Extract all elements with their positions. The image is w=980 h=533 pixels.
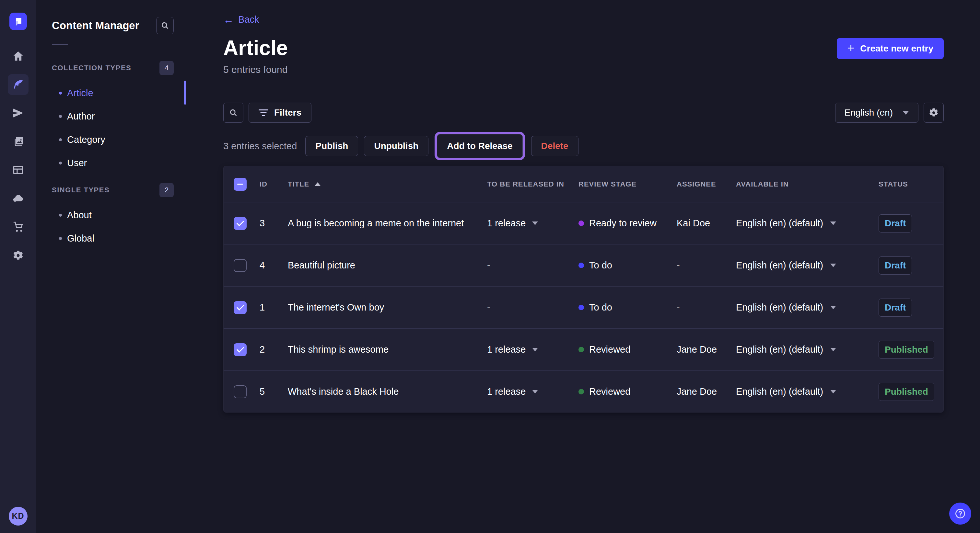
table-search-button[interactable] bbox=[223, 103, 243, 123]
cloud-icon[interactable] bbox=[8, 188, 29, 209]
stage-dot bbox=[579, 220, 584, 226]
table-row[interactable]: 2 This shrimp is awesome 1 release Revie… bbox=[224, 328, 943, 370]
chevron-down-icon[interactable] bbox=[532, 390, 538, 393]
filter-icon bbox=[259, 109, 268, 116]
column-header-locale[interactable]: AVAILABLE IN bbox=[736, 180, 878, 189]
cell-release: 1 release bbox=[487, 344, 526, 355]
sidebar-item-label: About bbox=[67, 210, 92, 220]
nav-rail: KD bbox=[0, 0, 36, 533]
cell-id: 4 bbox=[259, 260, 288, 271]
locale-select[interactable]: English (en) bbox=[835, 103, 918, 123]
entries-count: 5 entries found bbox=[223, 64, 288, 75]
chevron-down-icon[interactable] bbox=[830, 306, 836, 309]
media-library-icon[interactable] bbox=[8, 131, 29, 152]
main-content: ← Back Article 5 entries found + Create … bbox=[186, 0, 980, 533]
view-settings-button[interactable] bbox=[924, 103, 944, 123]
sidebar-item-user[interactable]: User bbox=[36, 151, 186, 174]
sidebar-divider bbox=[52, 44, 68, 45]
bullet-icon bbox=[59, 237, 62, 240]
select-all-checkbox[interactable] bbox=[234, 178, 247, 191]
column-header-assignee[interactable]: ASSIGNEE bbox=[677, 180, 736, 189]
row-checkbox[interactable] bbox=[234, 301, 247, 314]
column-header-title[interactable]: TITLE bbox=[288, 180, 487, 189]
chevron-down-icon[interactable] bbox=[532, 348, 538, 351]
delete-button[interactable]: Delete bbox=[531, 136, 579, 156]
cell-title: Beautiful picture bbox=[288, 260, 487, 271]
chevron-down-icon[interactable] bbox=[830, 263, 836, 267]
cell-assignee: Jane Doe bbox=[677, 386, 736, 397]
add-to-release-button[interactable]: Add to Release bbox=[437, 134, 522, 158]
back-arrow-icon: ← bbox=[223, 14, 234, 25]
strapi-logo-glyph bbox=[13, 16, 24, 27]
marketplace-icon[interactable] bbox=[8, 217, 29, 237]
rail-user-area: KD bbox=[0, 499, 36, 533]
table-row[interactable]: 1 The internet's Own boy - To do - Engli… bbox=[224, 286, 943, 328]
gear-icon bbox=[928, 107, 939, 118]
sidebar-item-global[interactable]: Global bbox=[36, 227, 186, 250]
cell-locale: English (en) (default) bbox=[736, 344, 823, 355]
home-icon[interactable] bbox=[8, 46, 29, 67]
filters-button[interactable]: Filters bbox=[248, 103, 312, 123]
sidebar-item-article[interactable]: Article bbox=[36, 81, 186, 105]
row-checkbox[interactable] bbox=[234, 343, 247, 356]
bullet-icon bbox=[59, 115, 62, 118]
row-checkbox[interactable] bbox=[234, 385, 247, 398]
sidebar-item-author[interactable]: Author bbox=[36, 105, 186, 128]
column-header-release[interactable]: TO BE RELEASED IN bbox=[487, 180, 579, 189]
collection-types-label: COLLECTION TYPES bbox=[52, 64, 131, 72]
cell-locale: English (en) (default) bbox=[736, 218, 823, 228]
sidebar-search-button[interactable] bbox=[156, 17, 174, 34]
cell-stage: Reviewed bbox=[589, 386, 630, 397]
cell-id: 2 bbox=[259, 344, 288, 355]
status-badge: Published bbox=[878, 341, 934, 359]
row-checkbox[interactable] bbox=[234, 259, 247, 272]
cell-assignee: - bbox=[677, 260, 736, 271]
user-avatar[interactable]: KD bbox=[9, 507, 27, 525]
cell-id: 3 bbox=[259, 218, 288, 228]
stage-dot bbox=[579, 389, 584, 394]
single-types-count: 2 bbox=[159, 183, 174, 197]
cell-stage: To do bbox=[589, 302, 612, 313]
column-header-status[interactable]: STATUS bbox=[878, 180, 943, 189]
bullet-icon bbox=[59, 162, 62, 165]
single-types-label: SINGLE TYPES bbox=[52, 186, 110, 194]
sidebar-item-category[interactable]: Category bbox=[36, 128, 186, 151]
selection-summary: 3 entries selected bbox=[223, 141, 297, 152]
strapi-logo[interactable] bbox=[10, 13, 27, 30]
content-type-builder-icon[interactable] bbox=[8, 160, 29, 180]
stage-dot bbox=[579, 305, 584, 310]
row-checkbox[interactable] bbox=[234, 217, 247, 230]
sidebar-scroll-indicator[interactable] bbox=[184, 81, 186, 105]
chevron-down-icon[interactable] bbox=[532, 222, 538, 225]
unpublish-button[interactable]: Unpublish bbox=[364, 136, 428, 156]
create-new-entry-button[interactable]: + Create new entry bbox=[837, 38, 944, 59]
status-badge: Draft bbox=[878, 214, 912, 233]
chevron-down-icon[interactable] bbox=[830, 222, 836, 225]
chevron-down-icon[interactable] bbox=[830, 348, 836, 351]
table-row[interactable]: 5 What's inside a Black Hole 1 release R… bbox=[224, 370, 943, 412]
bullet-icon bbox=[59, 92, 62, 95]
status-badge: Published bbox=[878, 383, 934, 401]
cell-release: 1 release bbox=[487, 386, 526, 397]
back-link[interactable]: ← Back bbox=[223, 14, 259, 25]
publish-button[interactable]: Publish bbox=[305, 136, 358, 156]
sidebar-item-label: Category bbox=[67, 134, 105, 145]
content-manager-icon[interactable] bbox=[8, 74, 29, 95]
help-icon bbox=[954, 508, 966, 520]
column-header-stage[interactable]: REVIEW STAGE bbox=[579, 180, 677, 189]
chevron-down-icon[interactable] bbox=[830, 390, 836, 393]
settings-icon[interactable] bbox=[8, 245, 29, 266]
filters-label: Filters bbox=[274, 108, 301, 118]
column-header-id[interactable]: ID bbox=[259, 180, 288, 189]
releases-icon[interactable] bbox=[8, 103, 29, 124]
help-button[interactable] bbox=[949, 503, 971, 525]
cell-title: A bug is becoming a meme on the internet bbox=[288, 218, 487, 228]
table-header-row: ID TITLE TO BE RELEASED IN REVIEW STAGE … bbox=[224, 166, 943, 202]
cell-stage: To do bbox=[589, 260, 612, 271]
sidebar-item-about[interactable]: About bbox=[36, 203, 186, 227]
table-row[interactable]: 3 A bug is becoming a meme on the intern… bbox=[224, 202, 943, 244]
cell-locale: English (en) (default) bbox=[736, 386, 823, 397]
rail-icon-list bbox=[8, 43, 29, 499]
table-row[interactable]: 4 Beautiful picture - To do - English (e… bbox=[224, 244, 943, 286]
locale-value: English (en) bbox=[845, 108, 893, 118]
